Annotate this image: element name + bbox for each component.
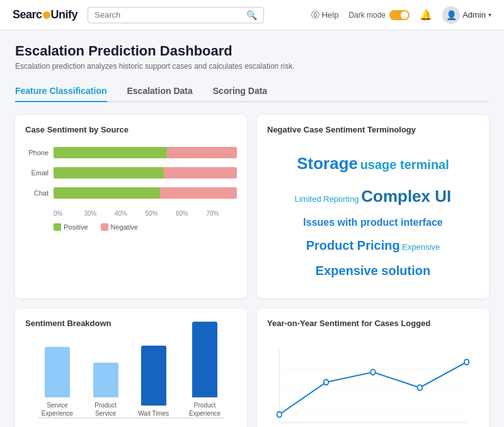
- search-box[interactable]: 🔍: [88, 7, 264, 23]
- chart-legend: Positive Negative: [54, 223, 237, 231]
- word-limited-reporting: Limited Reporting: [295, 194, 359, 204]
- card-yoy-sentiment-title: Year-on-Year Sentiment for Cases Logged: [267, 319, 479, 328]
- tab-scoring-data[interactable]: Scoring Data: [213, 81, 267, 101]
- main-content: Escalation Prediction Dashboard Escalati…: [0, 30, 504, 427]
- sent-bar-product-service: ProductService: [93, 363, 118, 418]
- dark-mode-label: Dark mode: [348, 11, 386, 20]
- x-tick-30: 30%: [84, 210, 115, 217]
- x-tick-70: 70%: [207, 210, 238, 217]
- word-cloud: Storage usage terminal Limited Reporting…: [267, 142, 479, 288]
- bar-row-chat: Chat: [25, 187, 237, 199]
- bar-row-phone: Phone: [25, 147, 237, 158]
- bar-row-email: Email: [25, 167, 237, 178]
- bar-label-phone: Phone: [25, 149, 54, 156]
- word-product-pricing: Product Pricing: [306, 238, 400, 252]
- page-title: Escalation Prediction Dashboard: [15, 43, 489, 59]
- avatar-button[interactable]: 👤 Admin ▾: [442, 6, 491, 24]
- sentiment-base-line: [38, 418, 224, 418]
- logo-circle-icon: [43, 11, 50, 19]
- search-input[interactable]: [94, 10, 246, 20]
- help-label: Help: [322, 10, 339, 20]
- bar-positive-email: [54, 167, 164, 178]
- card-yoy-sentiment: Year-on-Year Sentiment for Cases Logged: [257, 308, 489, 427]
- word-expensive-solution: Expensive solution: [316, 264, 430, 278]
- bar-label-email: Email: [25, 169, 54, 177]
- avatar: 👤: [442, 6, 460, 24]
- help-button[interactable]: ⓪ Help: [311, 9, 339, 21]
- sent-bar-product-experience: ProductExperience: [189, 322, 220, 418]
- main-header: Searc Unify 🔍 ⓪ Help Dark mode 🔔 👤 Admin…: [0, 0, 504, 30]
- sent-bar-wait-times-label: Wait Times: [138, 409, 169, 418]
- tabs-container: Feature Classification Escalation Data S…: [15, 81, 489, 102]
- x-tick-60: 60%: [176, 210, 207, 217]
- sent-bar-product-experience-bar: [192, 322, 217, 397]
- help-icon: ⓪: [311, 9, 319, 21]
- x-tick-40: 40%: [115, 210, 146, 217]
- logo-text-unify: Unify: [51, 8, 78, 21]
- x-tick-0: 0%: [54, 210, 84, 217]
- toggle-switch[interactable]: [389, 10, 410, 20]
- sent-bar-service-experience-label: ServiceExperience: [42, 401, 73, 418]
- word-usage-terminal: usage terminal: [360, 158, 449, 172]
- logo: Searc Unify: [13, 8, 77, 21]
- header-right: ⓪ Help Dark mode 🔔 👤 Admin ▾: [311, 6, 491, 24]
- tab-escalation-data[interactable]: Escalation Data: [127, 81, 193, 101]
- data-point-2016: [277, 412, 282, 418]
- data-point-2018: [370, 370, 375, 375]
- line-chart-svg: [273, 342, 472, 427]
- card-terminology: Negative Case Sentiment Terminology Stor…: [257, 115, 489, 298]
- x-tick-50: 50%: [146, 210, 176, 217]
- word-issues-product: Issues with product interface: [303, 217, 442, 228]
- sent-bar-wait-times: Wait Times: [138, 346, 169, 418]
- sent-bar-product-service-label: ProductService: [94, 401, 116, 418]
- legend-positive-label: Positive: [64, 223, 88, 231]
- dark-mode-toggle[interactable]: Dark mode: [348, 10, 410, 20]
- search-icon: 🔍: [246, 10, 257, 20]
- bar-container-email: [54, 167, 237, 178]
- legend-negative-dot: [101, 223, 108, 231]
- admin-label: Admin: [462, 10, 486, 20]
- cards-grid: Case Sentiment by Source Phone Email: [15, 115, 489, 427]
- bar-container-phone: [54, 147, 237, 158]
- word-complex-ui: Complex UI: [361, 187, 451, 206]
- logo-text-search: Searc: [13, 8, 42, 21]
- bar-negative-chat: [160, 187, 237, 199]
- legend-positive-dot: [54, 223, 61, 231]
- legend-negative: Negative: [101, 223, 138, 231]
- sent-bar-service-experience-bar: [45, 347, 70, 397]
- card-case-sentiment: Case Sentiment by Source Phone Email: [15, 115, 247, 298]
- sent-bar-product-service-bar: [93, 363, 118, 397]
- card-sentiment-breakdown: Sentiment Breakdown ServiceExperience Pr…: [15, 308, 247, 427]
- sent-bar-service-experience: ServiceExperience: [42, 347, 73, 418]
- word-expensive: Expensive: [402, 242, 440, 252]
- bar-negative-email: [164, 167, 237, 178]
- x-axis: 0% 30% 40% 50% 60% 70%: [54, 208, 237, 217]
- bar-container-chat: [54, 187, 237, 199]
- sentiment-bar-chart: ServiceExperience ProductService Wait Ti…: [25, 336, 237, 418]
- page-subtitle: Escalation prediction analyzes historic …: [15, 62, 489, 71]
- legend-negative-label: Negative: [111, 223, 138, 231]
- bar-negative-phone: [167, 147, 237, 158]
- data-point-2020: [464, 360, 469, 365]
- bar-positive-phone: [54, 147, 167, 158]
- data-point-2017: [324, 380, 328, 385]
- bar-chart: Phone Email Chat: [25, 142, 237, 236]
- tab-feature-classification[interactable]: Feature Classification: [15, 81, 107, 101]
- chevron-down-icon: ▾: [488, 11, 491, 18]
- word-storage: Storage: [297, 154, 358, 173]
- line-chart-area: 2016 2017 2018 2019 2020: [267, 336, 479, 427]
- sent-bar-product-experience-label: ProductExperience: [189, 401, 220, 418]
- sent-bar-wait-times-bar: [141, 346, 166, 406]
- notification-icon[interactable]: 🔔: [420, 9, 432, 21]
- legend-positive: Positive: [54, 223, 88, 231]
- bar-positive-chat: [54, 187, 160, 199]
- card-case-sentiment-title: Case Sentiment by Source: [25, 125, 237, 134]
- data-point-2019: [418, 385, 422, 390]
- bar-label-chat: Chat: [25, 189, 54, 197]
- card-terminology-title: Negative Case Sentiment Terminology: [267, 125, 479, 134]
